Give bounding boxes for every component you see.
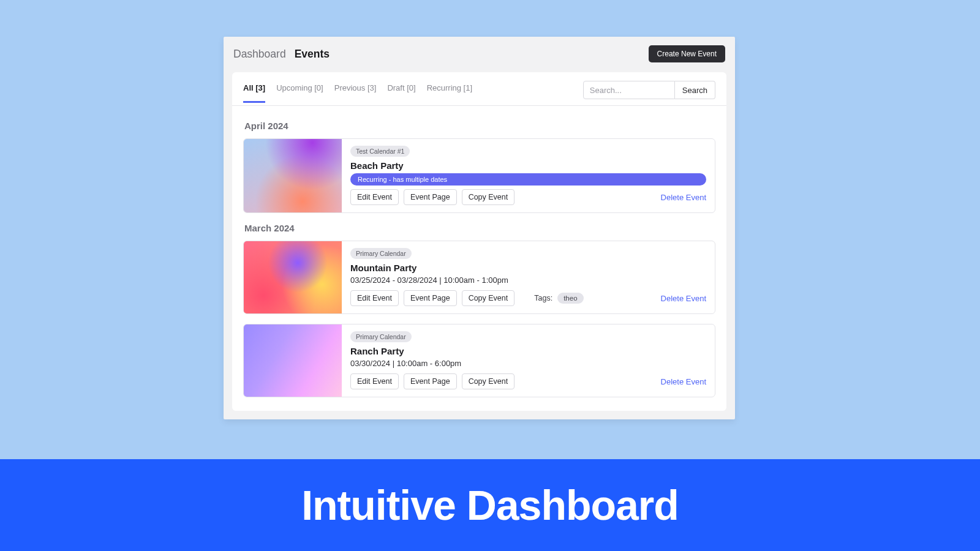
event-thumbnail <box>244 139 342 212</box>
search-wrap: Search <box>583 81 715 99</box>
tab-all[interactable]: All [3] <box>243 83 265 103</box>
event-card: Primary CalendarRanch Party03/30/2024 | … <box>243 324 715 397</box>
event-page-button[interactable]: Event Page <box>404 189 457 205</box>
event-page-button[interactable]: Event Page <box>404 373 457 389</box>
copy-event-button[interactable]: Copy Event <box>462 373 515 389</box>
tab-bar: All [3]Upcoming [0]Previous [3]Draft [0]… <box>232 72 726 106</box>
event-title: Mountain Party <box>350 263 706 273</box>
search-input[interactable] <box>583 81 675 99</box>
recurring-badge: Recurring - has multiple dates <box>350 173 706 186</box>
delete-event-link[interactable]: Delete Event <box>661 193 706 202</box>
event-actions: Edit EventEvent PageCopy EventDelete Eve… <box>350 373 706 389</box>
event-body: Primary CalendarRanch Party03/30/2024 | … <box>342 324 715 397</box>
tag-pill[interactable]: theo <box>557 293 583 304</box>
copy-event-button[interactable]: Copy Event <box>462 290 515 306</box>
event-body: Primary CalendarMountain Party03/25/2024… <box>342 241 715 313</box>
calendar-chip: Test Calendar #1 <box>350 146 410 157</box>
event-card: Primary CalendarMountain Party03/25/2024… <box>243 241 715 314</box>
event-title: Beach Party <box>350 160 706 171</box>
event-datetime: 03/25/2024 - 03/28/2024 | 10:00am - 1:00… <box>350 276 706 285</box>
tab-previous[interactable]: Previous [3] <box>334 83 377 103</box>
event-title: Ranch Party <box>350 346 706 356</box>
event-body: Test Calendar #1Beach PartyRecurring - h… <box>342 139 715 212</box>
banner-text: Intuitive Dashboard <box>301 481 679 529</box>
events-card: All [3]Upcoming [0]Previous [3]Draft [0]… <box>232 72 726 411</box>
event-thumbnail <box>244 241 342 313</box>
edit-event-button[interactable]: Edit Event <box>350 373 399 389</box>
month-header: March 2024 <box>244 223 715 233</box>
marketing-banner: Intuitive Dashboard <box>0 459 980 551</box>
delete-event-link[interactable]: Delete Event <box>661 294 706 303</box>
event-datetime: 03/30/2024 | 10:00am - 6:00pm <box>350 359 706 368</box>
event-actions: Edit EventEvent PageCopy EventDelete Eve… <box>350 189 706 205</box>
search-button[interactable]: Search <box>675 81 715 99</box>
edit-event-button[interactable]: Edit Event <box>350 189 399 205</box>
tab-draft[interactable]: Draft [0] <box>387 83 415 103</box>
month-header: April 2024 <box>244 121 715 131</box>
app-window: Dashboard Events Create New Event All [3… <box>224 37 735 419</box>
event-thumbnail <box>244 324 342 397</box>
event-actions: Edit EventEvent PageCopy EventTags:theoD… <box>350 290 706 306</box>
event-card: Test Calendar #1Beach PartyRecurring - h… <box>243 138 715 213</box>
tab-upcoming[interactable]: Upcoming [0] <box>276 83 323 103</box>
event-list: April 2024Test Calendar #1Beach PartyRec… <box>232 106 726 411</box>
create-event-button[interactable]: Create New Event <box>649 45 725 62</box>
tags-label: Tags: <box>534 294 552 302</box>
delete-event-link[interactable]: Delete Event <box>661 377 706 386</box>
copy-event-button[interactable]: Copy Event <box>462 189 515 205</box>
tab-recurring[interactable]: Recurring [1] <box>427 83 472 103</box>
breadcrumb-root[interactable]: Dashboard <box>233 48 286 61</box>
tags-area: Tags:theo <box>534 293 583 304</box>
calendar-chip: Primary Calendar <box>350 248 412 259</box>
edit-event-button[interactable]: Edit Event <box>350 290 399 306</box>
calendar-chip: Primary Calendar <box>350 331 412 342</box>
event-page-button[interactable]: Event Page <box>404 290 457 306</box>
topbar: Dashboard Events Create New Event <box>224 37 735 72</box>
breadcrumb: Dashboard Events <box>233 48 330 61</box>
breadcrumb-current: Events <box>295 48 330 61</box>
